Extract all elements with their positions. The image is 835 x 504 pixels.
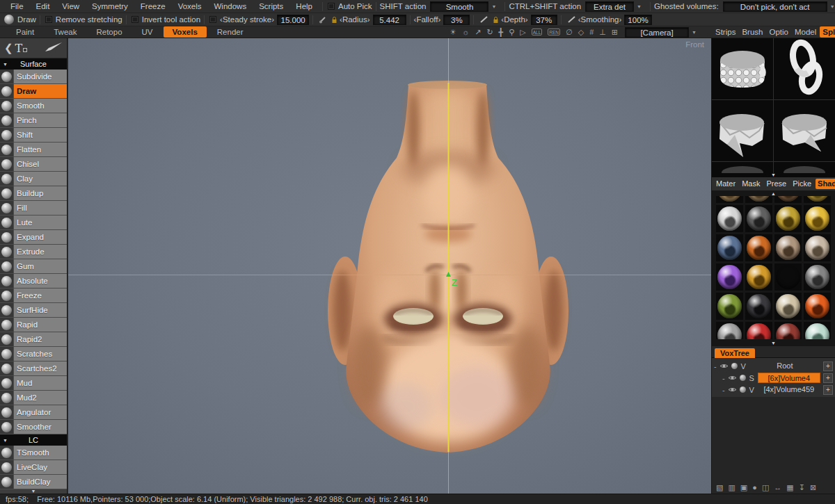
tab-mater[interactable]: Mater	[714, 179, 738, 189]
tool-label-area[interactable]: Mud2	[14, 391, 67, 405]
volume-name[interactable]: [6x]Volume4	[758, 373, 820, 383]
tool-rapid2[interactable]: Rapid2	[0, 332, 67, 347]
select-ren-icon[interactable]: REN	[548, 29, 560, 35]
voxtree-row-6xvolume4[interactable]: -S[6x]Volume4+	[712, 372, 835, 384]
tool-label-area[interactable]: Lute	[14, 216, 67, 229]
fit-view-icon[interactable]: ⊞	[612, 27, 618, 37]
depth-value[interactable]: 37%	[531, 15, 557, 25]
tool-scartches2[interactable]: Scartches2	[0, 361, 67, 376]
smoothing-label[interactable]: ‹Smoothing›	[578, 15, 622, 24]
tool-label-area[interactable]: Fill	[14, 201, 67, 215]
shader-swatch[interactable]	[745, 322, 772, 339]
tool-label-area[interactable]: BuildClay	[14, 475, 67, 489]
radius-value[interactable]: 5.442	[373, 15, 406, 25]
tab-retopo[interactable]: Retopo	[87, 26, 131, 38]
spline-preview-partial[interactable]	[712, 162, 773, 173]
tool-smooth[interactable]: Smooth	[0, 99, 67, 113]
tool-label-area[interactable]: Gum	[14, 259, 67, 273]
lamp-icon[interactable]: ☼	[462, 27, 469, 37]
import-icon[interactable]: ↧	[799, 483, 805, 492]
menu-symmetry[interactable]: Symmetry	[86, 1, 134, 11]
tool-label-area[interactable]: Draw	[14, 84, 67, 98]
collapse-icon[interactable]: -	[722, 386, 725, 394]
tool-label-area[interactable]: Absolute	[14, 274, 67, 288]
tab-optio[interactable]: Optio	[766, 26, 791, 38]
section-header-lc[interactable]: ▼LC	[0, 434, 67, 446]
tab-mask[interactable]: Mask	[740, 179, 762, 189]
tab-uv[interactable]: UV	[133, 26, 162, 38]
auto-pick-checkbox[interactable]	[328, 3, 335, 10]
select-all-icon[interactable]: ALL	[532, 29, 543, 35]
shader-swatch[interactable]	[774, 205, 802, 232]
shader-swatch[interactable]	[774, 263, 802, 291]
duplicate-volume-icon[interactable]: ▣	[740, 483, 747, 492]
grid-icon[interactable]: #	[589, 27, 594, 37]
collapse-panel-icon[interactable]: ❮	[4, 42, 13, 54]
rotate-view-icon[interactable]: ↻	[486, 27, 493, 37]
tool-scratches[interactable]: Scratches	[0, 347, 67, 361]
section-header-surface[interactable]: ▼Surface	[0, 58, 67, 70]
volume-sphere-icon[interactable]	[740, 387, 746, 393]
ghosted-volumes-dropdown[interactable]: Don't pick, don't act	[723, 1, 827, 12]
volume-sphere-icon[interactable]	[740, 375, 746, 381]
tool-shift[interactable]: Shift	[0, 128, 67, 143]
tool-angulator[interactable]: Angulator	[0, 405, 67, 420]
shader-swatch[interactable]	[745, 196, 772, 203]
camera-dropdown[interactable]: [Camera]	[625, 27, 689, 38]
tool-flatten[interactable]: Flatten	[0, 143, 67, 157]
merge-volume-icon[interactable]: ◫	[762, 483, 769, 492]
tool-label-area[interactable]: Chisel	[14, 157, 67, 171]
shader-swatch[interactable]	[804, 205, 831, 232]
ghost-mode-icon[interactable]: ∅	[566, 27, 573, 37]
menu-scripts[interactable]: Scripts	[253, 1, 289, 11]
spline-preview-carved-cylinder-right[interactable]	[774, 100, 835, 161]
tab-voxels[interactable]: Voxels	[164, 26, 207, 38]
tool-label-area[interactable]: Freeze	[14, 288, 67, 302]
menu-voxels[interactable]: Voxels	[172, 1, 208, 11]
tool-surfhide[interactable]: SurfHide	[0, 303, 67, 318]
light-icon[interactable]: ☀	[450, 27, 456, 37]
tab-paint[interactable]: Paint	[7, 26, 43, 38]
tool-label-area[interactable]: Buildup	[14, 186, 67, 200]
tab-model[interactable]: Model	[792, 26, 819, 38]
invert-tool-action-checkbox[interactable]	[132, 16, 138, 23]
shader-swatch[interactable]	[716, 322, 743, 339]
voxtree-row-root[interactable]: -VRoot+	[712, 360, 835, 372]
shader-swatch[interactable]	[804, 322, 831, 339]
falloff-label[interactable]: ‹Falloff›	[414, 15, 441, 24]
scroll-up-indicator[interactable]: ▲	[712, 191, 835, 196]
tab-splines[interactable]: Splines	[820, 26, 835, 38]
volume-sphere-icon[interactable]	[731, 363, 738, 369]
pan-view-icon[interactable]: ╋	[499, 27, 504, 37]
tool-chisel[interactable]: Chisel	[0, 157, 67, 172]
array-icon[interactable]: ▦	[786, 483, 793, 492]
spline-preview-partial[interactable]	[774, 162, 835, 173]
shift-action-dropdown[interactable]: Smooth	[430, 1, 488, 12]
collapse-icon[interactable]: -	[722, 374, 725, 382]
pick-cursor-icon[interactable]: ↗	[475, 27, 481, 37]
voxtree-row-4xvolume459[interactable]: -V[4x]Volume459+	[712, 384, 835, 396]
volume-name[interactable]: [4x]Volume459	[758, 384, 820, 395]
tool-label-area[interactable]: SurfHide	[14, 303, 67, 317]
voxtree-tab[interactable]: VoxTree	[715, 348, 755, 359]
tool-label-area[interactable]: Clay	[14, 172, 67, 186]
tool-rapid[interactable]: Rapid	[0, 318, 67, 332]
zoom-view-icon[interactable]: ⚲	[509, 27, 514, 37]
tool-label-area[interactable]: Pinch	[14, 113, 67, 127]
shader-swatch[interactable]	[774, 196, 802, 203]
tool-freeze[interactable]: Freeze	[0, 288, 67, 303]
sculpt-head-model[interactable]: Z	[68, 38, 711, 494]
sphere-primitive-icon[interactable]: ●	[752, 483, 757, 491]
spline-preview-carved-cylinder-left[interactable]	[712, 100, 773, 161]
shader-swatch[interactable]	[716, 234, 743, 261]
tool-fill[interactable]: Fill	[0, 201, 67, 216]
shader-swatch[interactable]	[804, 293, 831, 320]
tool-subdivide[interactable]: Subdivide	[0, 70, 67, 84]
tool-label-area[interactable]: LiveClay	[14, 460, 67, 474]
tool-tsmooth[interactable]: TSmooth	[0, 446, 67, 460]
eye-icon[interactable]	[728, 386, 737, 394]
ctrl-shift-action-dropdown[interactable]: Extra det	[585, 1, 634, 12]
spline-preview-chain-links[interactable]	[774, 38, 835, 99]
tool-buildup[interactable]: Buildup	[0, 186, 67, 201]
invert-tool-action-label[interactable]: Invert tool action	[142, 15, 200, 24]
